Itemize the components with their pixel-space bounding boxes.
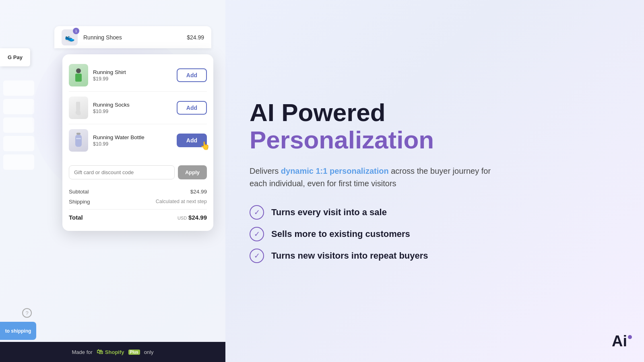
svg-rect-1 bbox=[75, 74, 82, 82]
total-label: Total bbox=[69, 214, 83, 221]
sidebar-mockup bbox=[0, 80, 34, 170]
product-item-socks: Running Socks $10.99 Add bbox=[69, 92, 207, 124]
total-amount: USD$24.99 bbox=[178, 214, 207, 221]
features-list: ✓ Turns every visit into a sale ✓ Sells … bbox=[250, 205, 612, 263]
check-symbol-1: ✓ bbox=[254, 208, 260, 217]
ai-logo: Ai bbox=[612, 333, 632, 350]
subtext-before: Delivers bbox=[250, 167, 281, 175]
help-icon[interactable]: ? bbox=[22, 308, 32, 318]
svg-rect-4 bbox=[75, 135, 82, 147]
feature-text-3: Turns new visitors into repeat buyers bbox=[271, 251, 428, 261]
left-panel: G Pay 👟 1 Running Shoes $24.99 bbox=[0, 0, 225, 362]
right-panel: AI Powered Personalization Delivers dyna… bbox=[225, 0, 644, 362]
feature-item-1: ✓ Turns every visit into a sale bbox=[250, 205, 612, 220]
shipping-btn-label: to shipping bbox=[5, 328, 31, 334]
shopify-wordmark: Shopify bbox=[105, 349, 124, 355]
shirt-add-wrap: Add bbox=[177, 68, 207, 82]
sidebar-item-2 bbox=[3, 99, 34, 114]
shoes-name: Running Shoes bbox=[83, 34, 181, 41]
shirt-price: $19.99 bbox=[93, 76, 172, 82]
shirt-info: Running Shirt $19.99 bbox=[93, 69, 172, 82]
socks-image bbox=[69, 97, 88, 119]
discount-section: Apply bbox=[62, 161, 213, 183]
only-text: only bbox=[144, 349, 154, 355]
gpay-button[interactable]: G Pay bbox=[0, 48, 30, 66]
headline-line1: AI Powered bbox=[250, 99, 612, 126]
ai-dot bbox=[628, 335, 632, 339]
bottle-image bbox=[69, 129, 88, 152]
sidebar-item-3 bbox=[3, 117, 34, 133]
bottle-add-wrap: Add 👆 bbox=[177, 134, 207, 147]
price-summary: Subtotal $24.99 Shipping Calculated at n… bbox=[62, 183, 213, 224]
help-label: ? bbox=[25, 310, 28, 316]
shirt-name: Running Shirt bbox=[93, 69, 172, 75]
shopify-plus-badge: Plus bbox=[128, 350, 140, 355]
socks-name: Running Socks bbox=[93, 102, 172, 108]
feature-item-2: ✓ Sells more to existing customers bbox=[250, 227, 612, 241]
shipping-row: Shipping Calculated at next step bbox=[69, 197, 207, 207]
discount-input[interactable] bbox=[69, 165, 175, 179]
svg-rect-5 bbox=[76, 138, 81, 139]
subtotal-row: Subtotal $24.99 bbox=[69, 187, 207, 197]
headline-line2: Personalization bbox=[250, 126, 612, 154]
made-for-text: Made for bbox=[72, 349, 93, 355]
shirt-image bbox=[69, 64, 88, 86]
product-list: Running Shirt $19.99 Add Running Socks bbox=[62, 54, 213, 161]
footer-bar: Made for 🛍 Shopify Plus only bbox=[0, 342, 225, 362]
subtext: Delivers dynamic 1:1 personalization acr… bbox=[250, 165, 491, 190]
check-symbol-2: ✓ bbox=[254, 230, 260, 239]
apply-button[interactable]: Apply bbox=[178, 165, 207, 179]
total-currency: USD bbox=[178, 216, 187, 220]
price-divider bbox=[69, 209, 207, 210]
shipping-label: Shipping bbox=[69, 199, 90, 205]
feature-text-2: Sells more to existing customers bbox=[271, 229, 410, 239]
feature-item-3: ✓ Turns new visitors into repeat buyers bbox=[250, 249, 612, 263]
sidebar-item-1 bbox=[3, 80, 34, 96]
socks-info: Running Socks $10.99 bbox=[93, 102, 172, 114]
product-item-bottle: Running Water Bottle $10.99 Add 👆 bbox=[69, 124, 207, 156]
feature-text-1: Turns every visit into a sale bbox=[271, 207, 387, 218]
check-icon-1: ✓ bbox=[250, 205, 264, 220]
ai-text: Ai bbox=[612, 333, 627, 350]
check-symbol-3: ✓ bbox=[254, 251, 260, 260]
shirt-add-button[interactable]: Add bbox=[177, 68, 207, 82]
total-value: $24.99 bbox=[188, 214, 207, 221]
shipping-button[interactable]: to shipping bbox=[0, 322, 36, 340]
sidebar-item-4 bbox=[3, 136, 34, 151]
sidebar-item-5 bbox=[3, 154, 34, 170]
shoes-price: $24.99 bbox=[187, 34, 204, 41]
check-icon-2: ✓ bbox=[250, 227, 264, 241]
headline: AI Powered Personalization bbox=[250, 99, 612, 154]
bottle-info: Running Water Bottle $10.99 bbox=[93, 134, 172, 147]
bottle-add-button[interactable]: Add bbox=[177, 134, 207, 147]
product-item-shirt: Running Shirt $19.99 Add bbox=[69, 59, 207, 92]
bottle-price: $10.99 bbox=[93, 141, 172, 147]
subtotal-label: Subtotal bbox=[69, 189, 89, 195]
gpay-label: G Pay bbox=[8, 54, 23, 60]
subtotal-value: $24.99 bbox=[190, 189, 207, 195]
shopify-logo: 🛍 Shopify bbox=[97, 348, 124, 356]
socks-add-button[interactable]: Add bbox=[177, 101, 207, 115]
check-icon-3: ✓ bbox=[250, 249, 264, 263]
socks-price: $10.99 bbox=[93, 109, 172, 114]
svg-rect-3 bbox=[76, 133, 80, 135]
bottle-name: Running Water Bottle bbox=[93, 134, 172, 140]
cart-badge: 1 bbox=[73, 28, 79, 34]
total-row: Total USD$24.99 bbox=[69, 212, 207, 223]
svg-point-0 bbox=[76, 68, 81, 73]
shoes-image: 👟 1 bbox=[62, 29, 78, 45]
socks-add-wrap: Add bbox=[177, 101, 207, 115]
shopify-bag-icon: 🛍 bbox=[97, 348, 103, 356]
shipping-value: Calculated at next step bbox=[156, 199, 207, 205]
svg-rect-2 bbox=[76, 102, 80, 111]
subtext-highlight: dynamic 1:1 personalization bbox=[281, 167, 389, 175]
shoes-bar: 👟 1 Running Shoes $24.99 bbox=[54, 26, 211, 48]
checkout-card: Running Shirt $19.99 Add Running Socks bbox=[62, 54, 213, 231]
